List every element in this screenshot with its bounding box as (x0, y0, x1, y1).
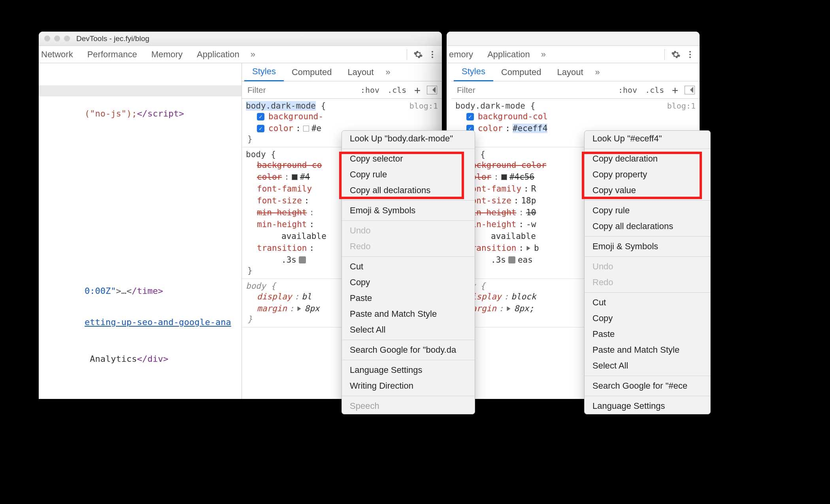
ctx-copy-all-declarations[interactable]: Copy all declarations (342, 182, 475, 198)
styles-filter-input[interactable] (242, 85, 357, 95)
ctx-paste[interactable]: Paste (342, 290, 475, 306)
ctx-language[interactable]: Language Settings (585, 398, 710, 414)
subtab-computed[interactable]: Computed (284, 63, 340, 81)
ctx-copy[interactable]: Copy (585, 310, 710, 326)
styles-filter-row: :hov .cls + (451, 81, 700, 99)
ctx-copy-selector[interactable]: Copy selector (342, 151, 475, 167)
easing-icon[interactable] (508, 256, 515, 263)
subtabs-overflow-icon[interactable]: » (591, 67, 604, 77)
ctx-search-google[interactable]: Search Google for "body.da (342, 342, 475, 358)
close-dot[interactable] (44, 36, 50, 41)
ctx-redo: Redo (585, 275, 710, 290)
easing-icon[interactable] (299, 256, 306, 263)
new-rule-button[interactable]: + (668, 84, 682, 96)
tabs-overflow-icon[interactable]: » (537, 49, 550, 60)
ctx-language[interactable]: Language Settings (342, 362, 475, 378)
ctx-select-all[interactable]: Select All (342, 322, 475, 338)
sidebar-toggle-icon[interactable] (427, 86, 437, 94)
ctx-copy-rule[interactable]: Copy rule (585, 203, 710, 218)
ctx-lookup[interactable]: Look Up "#eceff4" (585, 131, 710, 147)
sidebar-toggle-icon[interactable] (685, 86, 695, 94)
color-swatch-icon[interactable] (501, 174, 507, 180)
expand-icon[interactable] (297, 306, 301, 311)
ctx-select-all[interactable]: Select All (585, 358, 710, 374)
code-line-script: ("no-js");</script​> (39, 98, 241, 129)
tab-network[interactable]: Network (41, 46, 80, 63)
subtab-styles[interactable]: Styles (244, 63, 284, 81)
checkbox-icon[interactable] (466, 113, 474, 120)
ctx-copy[interactable]: Copy (342, 275, 475, 290)
ctx-paste-match[interactable]: Paste and Match Style (342, 306, 475, 322)
svg-point-4 (689, 54, 691, 55)
ctx-copy-all-declarations[interactable]: Copy all declarations (585, 218, 710, 234)
ctx-speech[interactable]: Speech (342, 398, 475, 414)
code-line-link[interactable]: etting-up-seo-and-google-ana (39, 307, 241, 338)
cls-button[interactable]: .cls (641, 85, 668, 95)
cls-button[interactable]: .cls (383, 85, 410, 95)
tab-memory[interactable]: Memory (144, 46, 190, 63)
svg-point-1 (432, 54, 433, 55)
hov-button[interactable]: :hov (357, 85, 383, 95)
zoom-dot[interactable] (64, 36, 70, 41)
title-bar: DevTools - jec.fyi/blog (39, 32, 442, 46)
checkbox-icon[interactable] (257, 113, 264, 120)
ctx-cut[interactable]: Cut (342, 259, 475, 275)
svg-point-5 (689, 56, 691, 58)
panel-tabs: emory Application » (447, 46, 700, 63)
tab-application[interactable]: Application (480, 46, 537, 63)
subtab-computed[interactable]: Computed (493, 63, 549, 81)
ctx-copy-value[interactable]: Copy value (585, 182, 710, 198)
gear-icon[interactable] (411, 47, 425, 62)
svg-point-0 (432, 51, 433, 53)
source-link[interactable]: blog:1 (667, 101, 696, 111)
ctx-undo: Undo (342, 223, 475, 239)
code-line-analytics: Analytics</div> (39, 343, 241, 374)
checkbox-icon[interactable] (257, 125, 264, 132)
subtab-styles[interactable]: Styles (454, 63, 493, 81)
subtab-layout[interactable]: Layout (549, 63, 591, 81)
context-menu-value[interactable]: Look Up "#eceff4" Copy declaration Copy … (584, 130, 711, 414)
tabs-overflow-icon[interactable]: » (247, 49, 259, 60)
panel-tabs: Network Performance Memory Application » (39, 46, 442, 63)
elements-source-pane: ("no-js");</script​> 0:00Z">…</time> ett… (39, 63, 241, 399)
ctx-emoji[interactable]: Emoji & Symbols (342, 203, 475, 218)
subtabs-overflow-icon[interactable]: » (382, 67, 394, 77)
ctx-search-google[interactable]: Search Google for "#ece (585, 378, 710, 394)
styles-filter-row: :hov .cls + (242, 81, 442, 99)
ctx-lookup[interactable]: Look Up "body.dark-mode" (342, 131, 475, 147)
tab-memory[interactable]: emory (449, 46, 480, 63)
ctx-paste[interactable]: Paste (585, 326, 710, 342)
ctx-emoji[interactable]: Emoji & Symbols (585, 239, 710, 254)
new-rule-button[interactable]: + (410, 84, 424, 96)
ctx-redo: Redo (342, 239, 475, 254)
expand-icon[interactable] (507, 306, 510, 311)
hov-button[interactable]: :hov (614, 85, 641, 95)
kebab-icon[interactable] (683, 47, 697, 62)
divider (664, 49, 665, 60)
code-line-time: 0:00Z">…</time> (39, 275, 241, 307)
minimize-dot[interactable] (54, 36, 60, 41)
ctx-paste-match[interactable]: Paste and Match Style (585, 342, 710, 358)
source-link[interactable]: blog:1 (409, 101, 438, 111)
ctx-writing-direction[interactable]: Writing Direction (342, 378, 475, 394)
styles-subtabs: Styles Computed Layout » (242, 63, 442, 81)
styles-subtabs: Styles Computed Layout » (451, 63, 700, 81)
kebab-icon[interactable] (425, 47, 440, 62)
tab-performance[interactable]: Performance (80, 46, 144, 63)
ctx-copy-property[interactable]: Copy property (585, 167, 710, 182)
ctx-cut[interactable]: Cut (585, 295, 710, 310)
svg-point-2 (432, 56, 433, 58)
ctx-copy-rule[interactable]: Copy rule (342, 167, 475, 182)
expand-icon[interactable] (527, 246, 530, 250)
ctx-copy-declaration[interactable]: Copy declaration (585, 151, 710, 167)
color-swatch-icon[interactable] (292, 174, 298, 180)
gear-icon[interactable] (669, 47, 683, 62)
context-menu-selector[interactable]: Look Up "body.dark-mode" Copy selector C… (341, 130, 475, 414)
tab-application[interactable]: Application (190, 46, 247, 63)
traffic-lights (44, 36, 70, 41)
styles-filter-input[interactable] (451, 85, 614, 95)
color-swatch-icon[interactable] (303, 126, 309, 132)
window-title: DevTools - jec.fyi/blog (76, 34, 149, 43)
svg-point-3 (689, 51, 691, 53)
subtab-layout[interactable]: Layout (340, 63, 381, 81)
